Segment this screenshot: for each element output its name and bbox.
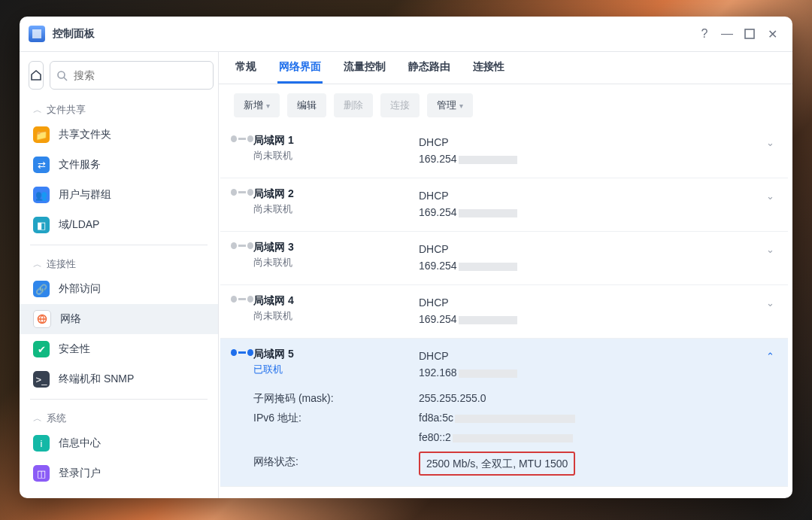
interface-status: 尚未联机 bbox=[253, 202, 419, 216]
chevron-up-icon: ︿ bbox=[33, 412, 42, 425]
chevron-down-icon[interactable]: ⌄ bbox=[766, 190, 774, 202]
section-connectivity[interactable]: ︿连接性 bbox=[20, 250, 218, 274]
chevron-up-icon: ︿ bbox=[33, 258, 42, 271]
sidebar-item-domain-ldap[interactable]: ◧域/LDAP bbox=[20, 210, 218, 240]
sidebar-item-file-services[interactable]: ⇄文件服务 bbox=[20, 150, 218, 180]
help-button[interactable]: ? bbox=[693, 23, 716, 45]
edit-button[interactable]: 编辑 bbox=[287, 93, 326, 117]
add-button[interactable]: 新增▾ bbox=[234, 93, 280, 117]
interface-name: 局域网 4 bbox=[253, 294, 419, 308]
section-fileshare[interactable]: ︿文件共享 bbox=[20, 96, 218, 120]
interface-ip: 169.254 bbox=[419, 151, 774, 167]
chevron-up-icon[interactable]: ⌃ bbox=[766, 351, 774, 362]
sidebar-item-users-groups[interactable]: 👥用户与群组 bbox=[20, 180, 218, 210]
interface-mode: DHCP bbox=[419, 294, 774, 311]
manage-button[interactable]: 管理▾ bbox=[427, 93, 473, 117]
users-icon: 👥 bbox=[33, 187, 50, 203]
tab-static-route[interactable]: 静态路由 bbox=[407, 60, 452, 84]
ldap-icon: ◧ bbox=[33, 217, 50, 233]
search-icon bbox=[56, 70, 68, 81]
interface-ip: 169.254 bbox=[419, 311, 774, 327]
interface-mode: DHCP bbox=[419, 187, 774, 204]
tab-connectivity[interactable]: 连接性 bbox=[471, 60, 506, 84]
tabs: 常规 网络界面 流量控制 静态路由 连接性 bbox=[219, 52, 792, 84]
titlebar: 控制面板 ? — ✕ bbox=[20, 17, 792, 52]
link-status-icon bbox=[231, 242, 253, 249]
search-field[interactable] bbox=[50, 61, 214, 90]
interface-row-pppoe[interactable]: ⋯› PPPoE尚未联机 -- ⌄ bbox=[220, 486, 788, 498]
interface-status: 尚未联机 bbox=[253, 309, 419, 323]
ipv6-label: IPv6 地址: bbox=[253, 408, 419, 427]
interface-row[interactable]: 局域网 3尚未联机 DHCP169.254 ⌄ bbox=[220, 231, 788, 284]
interface-ip: 192.168 bbox=[419, 364, 774, 381]
svg-point-1 bbox=[58, 71, 65, 78]
mask-value: 255.255.255.0 bbox=[419, 388, 774, 408]
interface-mode: DHCP bbox=[419, 348, 774, 364]
tab-traffic[interactable]: 流量控制 bbox=[342, 60, 387, 84]
interface-name: 局域网 2 bbox=[253, 187, 419, 201]
terminal-icon: >_ bbox=[33, 371, 50, 388]
info-icon: i bbox=[33, 435, 50, 452]
interface-status: 尚未联机 bbox=[253, 149, 419, 163]
mask-label: 子网掩码 (mask): bbox=[253, 388, 419, 408]
link-status-icon bbox=[231, 349, 253, 356]
sidebar-item-shared-folder[interactable]: 📁共享文件夹 bbox=[20, 120, 218, 150]
netstate-value: 2500 Mb/s, 全双工, MTU 1500 bbox=[419, 452, 575, 476]
interface-name: 局域网 3 bbox=[253, 241, 419, 254]
sidebar-item-security[interactable]: ✔安全性 bbox=[20, 334, 218, 364]
sidebar: ︿文件共享 📁共享文件夹 ⇄文件服务 👥用户与群组 ◧域/LDAP ︿连接性 🔗… bbox=[20, 52, 219, 498]
link-status-icon bbox=[231, 135, 253, 142]
delete-button: 删除 bbox=[334, 93, 373, 117]
control-panel-window: 控制面板 ? — ✕ ︿文件共享 📁共享文件夹 ⇄文件服务 👥用户与群组 bbox=[20, 17, 792, 498]
interface-list: 局域网 1尚未联机 DHCP169.254 ⌄ 局域网 2尚未联机 DHCP16… bbox=[219, 125, 792, 498]
close-button[interactable]: ✕ bbox=[761, 23, 783, 45]
interface-mode: DHCP bbox=[419, 134, 774, 151]
home-button[interactable] bbox=[29, 61, 44, 90]
interface-ip: 169.254 bbox=[419, 257, 774, 274]
interface-row[interactable]: 局域网 1尚未联机 DHCP169.254 ⌄ bbox=[220, 125, 788, 178]
interface-details: 子网掩码 (mask):255.255.255.0 IPv6 地址:fd8a:5… bbox=[253, 388, 774, 476]
connect-button: 连接 bbox=[380, 93, 420, 117]
interface-status: 已联机 bbox=[253, 363, 419, 376]
interface-row[interactable]: 局域网 2尚未联机 DHCP169.254 ⌄ bbox=[220, 178, 788, 231]
interface-status: 尚未联机 bbox=[253, 256, 419, 269]
external-access-icon: 🔗 bbox=[33, 281, 50, 297]
interface-row[interactable]: 局域网 4尚未联机 DHCP169.254 ⌄ bbox=[220, 284, 788, 338]
sidebar-item-network[interactable]: 网络 bbox=[20, 304, 218, 334]
content-area: 常规 网络界面 流量控制 静态路由 连接性 新增▾ 编辑 删除 连接 管理▾ 局… bbox=[219, 52, 792, 498]
chevron-down-icon[interactable]: ⌄ bbox=[766, 244, 774, 255]
interface-name: 局域网 5 bbox=[253, 348, 419, 361]
link-status-icon bbox=[231, 296, 253, 303]
netstate-label: 网络状态: bbox=[253, 452, 419, 476]
chevron-up-icon: ︿ bbox=[33, 104, 42, 117]
ipv6-value-2: fe80::2 bbox=[419, 427, 774, 447]
login-portal-icon: ◫ bbox=[33, 465, 50, 482]
sidebar-item-login-portal[interactable]: ◫登录门户 bbox=[20, 458, 218, 488]
interface-ip: 169.254 bbox=[419, 204, 774, 220]
file-services-icon: ⇄ bbox=[33, 157, 50, 173]
minimize-button[interactable]: — bbox=[716, 23, 738, 45]
sidebar-item-external-access[interactable]: 🔗外部访问 bbox=[20, 274, 218, 304]
sidebar-item-info-center[interactable]: i信息中心 bbox=[20, 428, 218, 458]
chevron-down-icon: ▾ bbox=[459, 102, 463, 110]
shield-icon: ✔ bbox=[33, 341, 50, 357]
interface-name: PPPoE bbox=[253, 496, 419, 498]
link-status-icon bbox=[231, 189, 253, 196]
toolbar: 新增▾ 编辑 删除 连接 管理▾ bbox=[219, 84, 792, 125]
interface-row-selected[interactable]: 局域网 5已联机 DHCP192.168 ⌃ 子网掩码 (mask):255.2… bbox=[220, 338, 788, 486]
maximize-button[interactable] bbox=[738, 23, 761, 45]
tab-general[interactable]: 常规 bbox=[234, 60, 258, 84]
sidebar-item-terminal-snmp[interactable]: >_终端机和 SNMP bbox=[20, 364, 218, 394]
ipv6-value: fd8a:5c bbox=[419, 408, 774, 427]
pppoe-icon: ⋯› bbox=[231, 497, 253, 498]
section-system[interactable]: ︿系统 bbox=[20, 404, 218, 428]
svg-rect-0 bbox=[745, 29, 754, 38]
interface-mode: DHCP bbox=[419, 241, 774, 257]
chevron-down-icon[interactable]: ⌄ bbox=[766, 297, 774, 309]
window-title: 控制面板 bbox=[53, 27, 95, 41]
search-input[interactable] bbox=[72, 68, 207, 82]
tab-interface[interactable]: 网络界面 bbox=[277, 60, 323, 84]
chevron-down-icon[interactable]: ⌄ bbox=[766, 137, 774, 148]
home-icon bbox=[29, 68, 43, 82]
interface-name: 局域网 1 bbox=[253, 134, 419, 147]
